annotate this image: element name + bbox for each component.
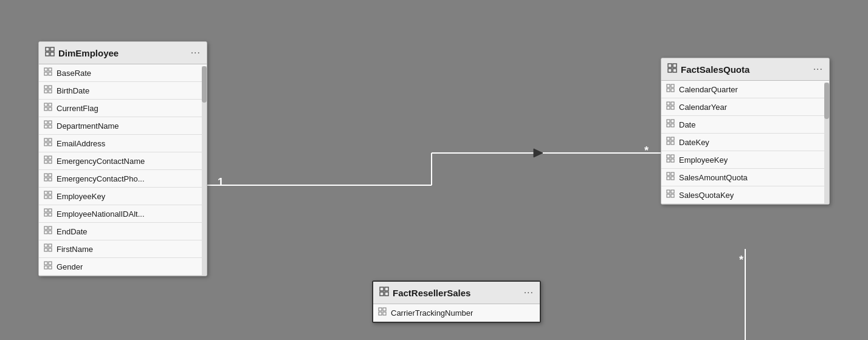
svg-rect-64 (671, 89, 674, 92)
field-grid-icon (666, 119, 675, 130)
field-label: EmergencyContactName (57, 157, 145, 166)
field-grid-icon (44, 226, 52, 237)
field-label: EmployeeKey (679, 155, 728, 165)
fact-sales-quota-fields: CalendarQuarter CalendarYear (661, 81, 829, 204)
svg-rect-32 (49, 160, 52, 163)
fact-sales-quota-title: FactSalesQuota (681, 64, 749, 75)
svg-rect-81 (667, 172, 670, 175)
table-row: EmergencyContactName (39, 152, 207, 170)
svg-rect-20 (49, 107, 52, 110)
field-label: Date (679, 120, 695, 129)
svg-rect-87 (667, 194, 670, 197)
svg-rect-67 (667, 106, 670, 109)
table-row: Date (661, 116, 829, 134)
svg-rect-47 (44, 231, 47, 234)
svg-rect-13 (44, 86, 47, 89)
svg-marker-3 (534, 149, 543, 157)
field-label: EmergencyContactPho... (57, 174, 145, 183)
dim-employee-table: DimEmployee ··· BaseRate (38, 41, 207, 276)
fact-sales-quota-table: FactSalesQuota ··· CalendarQuarter (661, 58, 830, 205)
svg-rect-36 (49, 178, 52, 181)
svg-rect-23 (44, 125, 47, 128)
field-grid-icon (44, 103, 52, 114)
svg-rect-18 (49, 103, 52, 106)
dim-employee-menu[interactable]: ··· (191, 47, 201, 58)
dim-employee-title: DimEmployee (58, 48, 119, 58)
rel-label-star-1: * (644, 144, 649, 157)
svg-rect-8 (50, 52, 54, 56)
svg-rect-76 (671, 141, 674, 144)
svg-rect-69 (667, 120, 670, 123)
svg-rect-63 (667, 89, 670, 92)
dim-employee-fields: BaseRate BirthDate Current (39, 64, 207, 276)
svg-rect-73 (667, 137, 670, 140)
fact-reseller-sales-grid-icon (379, 287, 389, 299)
svg-rect-62 (671, 84, 674, 87)
field-label: CarrierTrackingNumber (391, 308, 473, 318)
svg-rect-43 (44, 213, 47, 216)
field-grid-icon (666, 137, 675, 148)
svg-rect-39 (44, 195, 47, 199)
field-grid-icon (666, 101, 675, 112)
table-row: BirthDate (39, 82, 207, 100)
svg-rect-78 (671, 155, 674, 158)
table-row: CarrierTrackingNumber (373, 304, 540, 322)
field-grid-icon (666, 84, 675, 95)
svg-rect-68 (671, 106, 674, 109)
table-row: SalesQuotaKey (661, 186, 829, 204)
svg-rect-80 (671, 159, 674, 162)
field-label: BaseRate (57, 69, 91, 78)
field-grid-icon (44, 67, 52, 78)
svg-rect-34 (49, 174, 52, 177)
field-label: CurrentFlag (57, 104, 98, 113)
fact-reseller-sales-title: FactResellerSales (393, 288, 470, 298)
dim-employee-scrollbar[interactable] (202, 66, 207, 276)
fact-reseller-sales-menu[interactable]: ··· (524, 287, 534, 298)
field-grid-icon (44, 173, 52, 184)
dim-employee-header: DimEmployee ··· (39, 42, 207, 64)
svg-rect-28 (49, 143, 52, 146)
svg-rect-94 (383, 308, 386, 311)
svg-rect-19 (44, 107, 47, 110)
svg-rect-25 (44, 138, 47, 141)
field-grid-icon (378, 307, 387, 318)
fact-reseller-sales-header: FactResellerSales ··· (373, 282, 540, 304)
svg-rect-41 (44, 209, 47, 212)
table-row: DepartmentName (39, 117, 207, 135)
field-grid-icon (44, 261, 52, 272)
svg-rect-44 (49, 213, 52, 216)
svg-rect-49 (44, 244, 47, 247)
fact-sales-quota-menu[interactable]: ··· (813, 64, 823, 75)
field-grid-icon (44, 155, 52, 166)
svg-rect-7 (46, 52, 49, 56)
svg-rect-27 (44, 143, 47, 146)
svg-rect-72 (671, 124, 674, 127)
field-grid-icon (666, 189, 675, 200)
table-row: CalendarQuarter (661, 81, 829, 98)
field-grid-icon (44, 243, 52, 254)
svg-rect-89 (380, 287, 384, 291)
svg-rect-84 (671, 177, 674, 180)
svg-rect-60 (673, 69, 677, 72)
field-label: FirstName (57, 245, 93, 254)
fact-sales-quota-scrollbar[interactable] (824, 83, 829, 204)
field-label: Gender (57, 262, 83, 271)
field-grid-icon (666, 154, 675, 165)
svg-rect-48 (49, 231, 52, 234)
field-label: BirthDate (57, 86, 89, 95)
svg-rect-29 (44, 156, 47, 159)
svg-rect-61 (667, 84, 670, 87)
table-row: BaseRate (39, 64, 207, 82)
svg-rect-45 (44, 226, 47, 229)
table-row: EmployeeKey (39, 188, 207, 205)
table-row: CalendarYear (661, 98, 829, 116)
table-row: EmployeeKey (661, 151, 829, 169)
field-label: DateKey (679, 138, 709, 147)
svg-rect-77 (667, 155, 670, 158)
svg-rect-24 (49, 125, 52, 128)
svg-rect-65 (667, 102, 670, 105)
fact-reseller-sales-fields: CarrierTrackingNumber (373, 304, 540, 322)
fact-sales-quota-grid-icon (667, 63, 677, 75)
svg-rect-33 (44, 174, 47, 177)
table-row: DateKey (661, 134, 829, 151)
